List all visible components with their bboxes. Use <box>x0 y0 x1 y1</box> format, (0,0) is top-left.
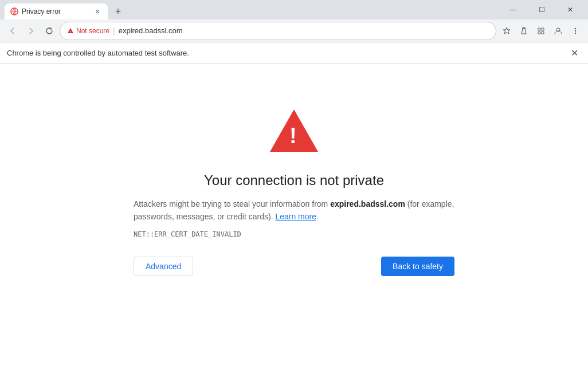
tab-close-button[interactable]: × <box>93 7 102 16</box>
svg-rect-8 <box>542 32 544 34</box>
active-tab[interactable]: Privacy error × <box>5 3 108 19</box>
forward-button[interactable] <box>23 23 39 39</box>
puzzle-icon <box>536 26 546 36</box>
url-divider: | <box>113 26 115 36</box>
url-text: expired.badssl.com <box>119 26 183 35</box>
addressbar: ! Not secure | expired.badssl.com <box>0 19 588 42</box>
reload-icon <box>45 27 53 35</box>
svg-point-10 <box>575 27 576 29</box>
bookmark-button[interactable] <box>499 23 515 39</box>
infobar-close-button[interactable]: ✕ <box>567 46 581 60</box>
new-tab-button[interactable]: + <box>110 3 126 19</box>
tab-title: Privacy error <box>22 7 61 15</box>
chrome-labs-button[interactable] <box>516 23 532 39</box>
tab-area: Privacy error × + <box>5 0 500 19</box>
error-description: Attackers might be trying to steal your … <box>134 198 454 223</box>
titlebar: Privacy error × + — ☐ ✕ <box>0 0 588 19</box>
svg-point-11 <box>575 30 576 31</box>
maximize-button[interactable]: ☐ <box>528 0 555 19</box>
error-domain: expired.badssl.com <box>330 199 405 208</box>
error-code: NET::ERR_CERT_DATE_INVALID <box>134 230 454 238</box>
error-description-prefix: Attackers might be trying to steal your … <box>134 199 330 208</box>
infobar: Chrome is being controlled by automated … <box>0 42 588 64</box>
profile-icon <box>554 26 563 36</box>
reload-button[interactable] <box>41 23 57 39</box>
error-warning-icon <box>270 109 318 152</box>
extensions-button[interactable] <box>533 23 549 39</box>
url-bar[interactable]: ! Not secure | expired.badssl.com <box>60 22 496 40</box>
warning-triangle-icon: ! <box>67 27 74 34</box>
svg-rect-5 <box>538 28 540 30</box>
back-to-safety-button[interactable]: Back to safety <box>381 257 454 276</box>
svg-point-12 <box>575 32 576 33</box>
infobar-message: Chrome is being controlled by automated … <box>7 49 567 57</box>
minimize-button[interactable]: — <box>500 0 526 19</box>
profile-button[interactable] <box>550 23 566 39</box>
not-secure-indicator: ! Not secure <box>67 27 109 35</box>
tab-favicon <box>10 7 18 15</box>
learn-more-link[interactable]: Learn more <box>275 212 316 221</box>
not-secure-label: Not secure <box>76 27 109 35</box>
close-button[interactable]: ✕ <box>557 0 583 19</box>
svg-rect-4 <box>522 27 526 29</box>
toolbar-icons <box>499 23 583 39</box>
advanced-button[interactable]: Advanced <box>134 257 193 276</box>
flask-icon <box>519 26 528 36</box>
back-icon <box>9 27 17 35</box>
svg-rect-6 <box>542 28 544 30</box>
error-page: Your connection is not private Attackers… <box>0 64 588 366</box>
svg-rect-7 <box>538 32 540 34</box>
back-button[interactable] <box>5 23 21 39</box>
buttons-row: Advanced Back to safety <box>134 257 454 276</box>
error-title: Your connection is not private <box>204 172 384 188</box>
forward-icon <box>27 27 35 35</box>
window-controls: — ☐ ✕ <box>500 0 583 19</box>
star-icon <box>502 26 511 36</box>
menu-button[interactable] <box>567 23 583 39</box>
svg-text:!: ! <box>70 30 71 33</box>
menu-icon <box>571 26 580 36</box>
